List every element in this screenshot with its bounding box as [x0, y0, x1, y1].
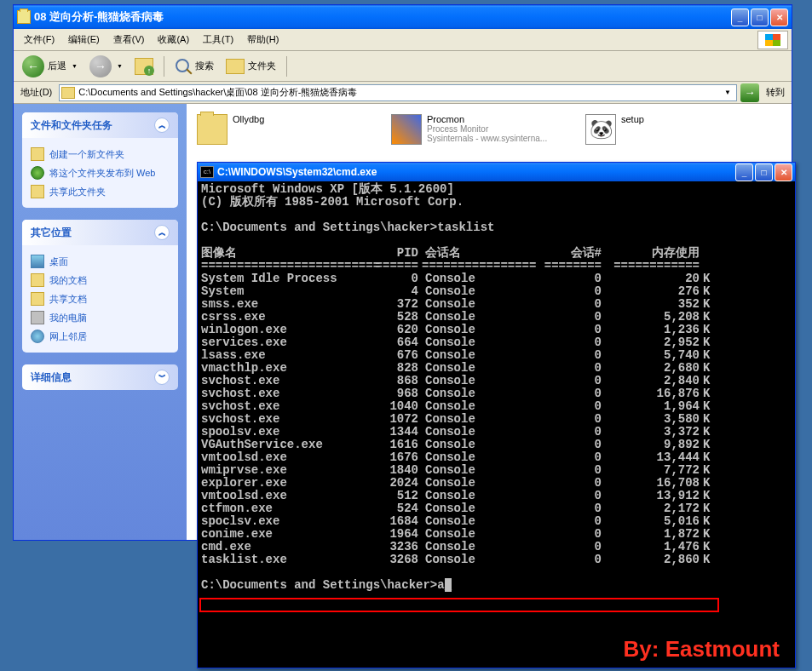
- proc-mem: 3,580: [602, 413, 700, 426]
- mydocs-link[interactable]: 我的文档: [31, 271, 170, 290]
- documents-icon: [31, 273, 44, 287]
- proc-mem: 1,236: [602, 324, 700, 336]
- maximize-button[interactable]: □: [751, 9, 769, 26]
- mycomputer-link[interactable]: 我的电脑: [31, 308, 170, 327]
- table-row: winlogon.exe620Console01,236K: [201, 324, 792, 336]
- panel-body: 创建一个新文件夹 将这个文件夹发布到 Web 共享此文件夹: [22, 138, 178, 208]
- toolbar: ← 后退 ▼ → ▼ 搜索 文件夹: [14, 51, 792, 82]
- proc-pid: 868: [367, 375, 418, 387]
- proc-mem: 13,912: [602, 490, 700, 502]
- address-input[interactable]: C:\Documents and Settings\hacker\桌面\08 逆…: [59, 84, 737, 101]
- proc-session: Console: [418, 272, 482, 285]
- folder-icon: [197, 114, 227, 145]
- address-label: 地址(D): [17, 86, 55, 99]
- proc-name: svchost.exe: [201, 400, 367, 413]
- proc-sid: 0: [482, 528, 602, 541]
- panel-header[interactable]: 详细信息 ︾: [22, 364, 178, 390]
- proc-session: Console: [418, 298, 482, 311]
- cmd-title: C:\WINDOWS\System32\cmd.exe: [217, 166, 735, 178]
- maximize-button[interactable]: □: [755, 163, 773, 181]
- menu-view[interactable]: 查看(V): [107, 31, 152, 49]
- proc-name: ctfmon.exe: [201, 502, 367, 515]
- proc-session: Console: [418, 528, 482, 541]
- publish-link[interactable]: 将这个文件夹发布到 Web: [31, 163, 170, 182]
- windows-logo: [757, 31, 788, 49]
- panel-header[interactable]: 文件和文件夹任务 ︽: [22, 112, 178, 138]
- share-link[interactable]: 共享此文件夹: [31, 182, 170, 201]
- collapse-icon[interactable]: ︽: [154, 225, 170, 240]
- file-item-procmon[interactable]: Procmon Process Monitor Sysinternals - w…: [391, 114, 579, 145]
- mem-unit: K: [700, 515, 717, 528]
- proc-sid: 0: [482, 272, 602, 285]
- file-item-setup[interactable]: 🐼 setup: [585, 114, 773, 145]
- proc-sid: 0: [482, 324, 602, 336]
- proc-session: Console: [418, 400, 482, 413]
- proc-name: svchost.exe: [201, 375, 367, 387]
- proc-name: smss.exe: [201, 298, 367, 311]
- menu-favorites[interactable]: 收藏(A): [151, 31, 196, 49]
- cursor: _: [445, 578, 452, 592]
- file-item-ollydbg[interactable]: Ollydbg: [197, 114, 384, 145]
- col-sid: 会话#: [482, 247, 602, 260]
- close-button[interactable]: ✕: [775, 163, 792, 181]
- proc-name: svchost.exe: [201, 387, 367, 400]
- menu-file[interactable]: 文件(F): [17, 31, 61, 49]
- table-row: ctfmon.exe524Console02,172K: [201, 502, 792, 515]
- cmd-icon: c:\: [200, 166, 214, 178]
- new-folder-link[interactable]: 创建一个新文件夹: [31, 145, 170, 163]
- proc-sid: 0: [482, 375, 602, 387]
- table-row: System Idle Process0Console020K: [201, 272, 792, 285]
- desktop-link[interactable]: 桌面: [31, 252, 170, 271]
- col-pid: PID: [367, 247, 418, 260]
- table-separator: ========================================…: [201, 260, 792, 272]
- proc-name: System Idle Process: [201, 272, 367, 285]
- network-link[interactable]: 网上邻居: [31, 327, 170, 346]
- proc-pid: 4: [367, 285, 418, 298]
- minimize-button[interactable]: _: [735, 163, 753, 181]
- proc-mem: 2,952: [602, 336, 700, 349]
- table-row: svchost.exe968Console016,876K: [201, 387, 792, 400]
- search-button[interactable]: 搜索: [170, 54, 219, 78]
- cmd-output[interactable]: Microsoft Windows XP [版本 5.1.2600](C) 版权…: [198, 181, 795, 594]
- mem-unit: K: [700, 324, 717, 336]
- forward-button[interactable]: → ▼: [84, 52, 128, 81]
- back-button[interactable]: ← 后退 ▼: [17, 52, 83, 81]
- proc-pid: 3268: [367, 553, 418, 566]
- proc-mem: 2,172: [602, 502, 700, 515]
- folder-icon: [17, 10, 31, 24]
- proc-name: conime.exe: [201, 528, 367, 541]
- file-company: Sysinternals - www.sysinterna...: [427, 134, 547, 143]
- up-button[interactable]: [130, 54, 158, 78]
- menu-tools[interactable]: 工具(T): [196, 31, 240, 49]
- mem-unit: K: [700, 426, 717, 439]
- minimize-button[interactable]: _: [731, 9, 749, 26]
- mem-unit: K: [700, 477, 717, 490]
- proc-name: wmiprvse.exe: [201, 464, 367, 477]
- folders-button[interactable]: 文件夹: [221, 55, 281, 77]
- shared-link[interactable]: 共享文档: [31, 290, 170, 308]
- proc-mem: 20: [602, 272, 700, 285]
- table-row: services.exe664Console02,952K: [201, 336, 792, 349]
- proc-mem: 16,708: [602, 477, 700, 490]
- table-row: svchost.exe1072Console03,580K: [201, 413, 792, 426]
- file-label: setup: [621, 114, 644, 124]
- go-button[interactable]: →: [740, 83, 759, 102]
- explorer-titlebar[interactable]: 08 逆向分析-熊猫烧香病毒 _ □ ✕: [14, 5, 792, 29]
- link-label: 共享文档: [49, 293, 87, 306]
- menu-edit[interactable]: 编辑(E): [61, 31, 107, 49]
- close-button[interactable]: ✕: [770, 9, 788, 26]
- link-label: 将这个文件夹发布到 Web: [49, 167, 155, 180]
- proc-pid: 828: [367, 362, 418, 375]
- proc-mem: 2,860: [602, 553, 700, 566]
- collapse-icon[interactable]: ︽: [154, 118, 170, 133]
- proc-sid: 0: [482, 362, 602, 375]
- panel-header[interactable]: 其它位置 ︽: [22, 220, 178, 245]
- proc-name: System: [201, 285, 367, 298]
- menu-help[interactable]: 帮助(H): [240, 31, 285, 49]
- file-label: Ollydbg: [233, 114, 264, 124]
- cmd-titlebar[interactable]: c:\ C:\WINDOWS\System32\cmd.exe _ □ ✕: [198, 163, 795, 181]
- proc-session: Console: [418, 464, 482, 477]
- expand-icon[interactable]: ︾: [154, 370, 170, 385]
- dropdown-icon[interactable]: ▼: [721, 89, 734, 96]
- back-label: 后退: [48, 60, 66, 72]
